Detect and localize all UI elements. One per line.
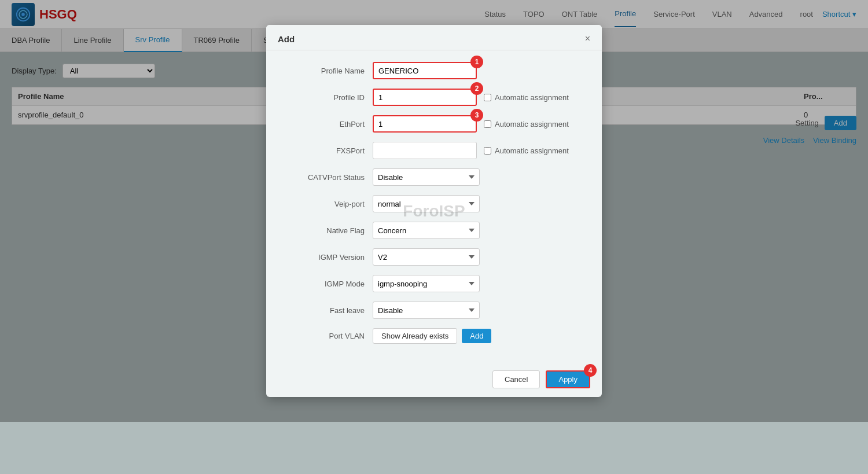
add-port-vlan-button[interactable]: Add xyxy=(462,329,491,343)
igmp-version-select[interactable]: V2 xyxy=(373,248,480,266)
native-flag-label: Native Flag xyxy=(284,226,365,235)
profile-id-label: Profile ID xyxy=(284,93,365,102)
igmp-mode-select[interactable]: igmp-snooping xyxy=(373,275,480,292)
step-4-badge: 4 xyxy=(584,364,597,377)
veip-select[interactable]: normal xyxy=(373,195,480,212)
ethport-wrapper: 3 xyxy=(373,115,477,133)
modal-overlay: Add × ForoISP Profile Name 1 Profile ID xyxy=(0,0,868,422)
apply-button[interactable]: Apply xyxy=(546,370,590,388)
fast-leave-row: Fast leave Disable xyxy=(284,302,584,319)
igmp-mode-row: IGMP Mode igmp-snooping xyxy=(284,275,584,292)
profile-name-input[interactable] xyxy=(373,62,477,79)
ethport-label: EthPort xyxy=(284,120,365,128)
catvport-row: CATVPort Status Disable xyxy=(284,168,584,186)
profile-id-auto-assign: Automatic assignment xyxy=(484,93,569,102)
main-content: Display Type: All Profile Name Pro... sr… xyxy=(0,52,868,474)
fxsport-wrapper xyxy=(373,142,477,159)
fxsport-label: FXSPort xyxy=(284,146,365,155)
modal-title: Add xyxy=(278,34,295,44)
fxsport-row: FXSPort Automatic assignment xyxy=(284,142,584,159)
igmp-version-row: IGMP Version V2 xyxy=(284,248,584,266)
modal-close-button[interactable]: × xyxy=(585,34,590,44)
veip-label: Veip-port xyxy=(284,200,365,208)
catvport-select[interactable]: Disable xyxy=(373,168,480,186)
fast-leave-select[interactable]: Disable xyxy=(373,302,480,319)
modal-footer: Cancel Apply 4 xyxy=(266,365,602,397)
native-flag-select[interactable]: Concern xyxy=(373,222,480,239)
port-vlan-row: Port VLAN Show Already exists Add xyxy=(284,328,584,344)
profile-name-wrapper: 1 xyxy=(373,62,477,79)
native-flag-row: Native Flag Concern xyxy=(284,222,584,239)
fxsport-input[interactable] xyxy=(373,142,477,159)
ethport-auto-assign: Automatic assignment xyxy=(484,120,569,128)
ethport-row: EthPort 3 Automatic assignment xyxy=(284,115,584,133)
igmp-version-label: IGMP Version xyxy=(284,253,365,262)
profile-id-wrapper: 2 xyxy=(373,89,477,106)
profile-id-auto-checkbox[interactable] xyxy=(484,94,491,101)
modal-header: Add × xyxy=(266,25,602,50)
ethport-auto-checkbox[interactable] xyxy=(484,120,491,128)
modal-dialog: Add × ForoISP Profile Name 1 Profile ID xyxy=(266,25,602,397)
fast-leave-label: Fast leave xyxy=(284,306,365,315)
step-2-badge: 2 xyxy=(470,82,483,95)
profile-id-row: Profile ID 2 Automatic assignment xyxy=(284,89,584,106)
show-already-exists-button[interactable]: Show Already exists xyxy=(373,328,457,344)
profile-id-input[interactable] xyxy=(373,89,477,106)
cancel-button[interactable]: Cancel xyxy=(492,370,540,388)
apply-wrapper: Apply 4 xyxy=(546,370,590,388)
veip-row: Veip-port normal xyxy=(284,195,584,212)
catvport-label: CATVPort Status xyxy=(284,173,365,182)
igmp-mode-label: IGMP Mode xyxy=(284,280,365,288)
profile-name-row: Profile Name 1 xyxy=(284,62,584,79)
fxsport-auto-assign: Automatic assignment xyxy=(484,146,569,155)
port-vlan-label: Port VLAN xyxy=(284,332,365,340)
fxsport-auto-checkbox[interactable] xyxy=(484,147,491,155)
profile-name-label: Profile Name xyxy=(284,67,365,75)
ethport-input[interactable] xyxy=(373,115,477,133)
modal-body: ForoISP Profile Name 1 Profile ID 2 xyxy=(266,50,602,365)
step-3-badge: 3 xyxy=(470,109,483,122)
step-1-badge: 1 xyxy=(470,56,483,68)
